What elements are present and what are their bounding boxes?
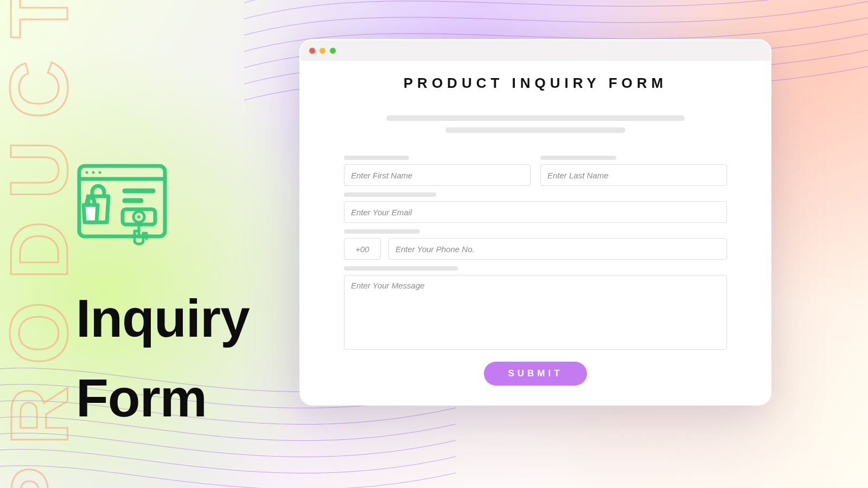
form-title: PRODUCT INQUIRY FORM — [395, 73, 676, 93]
svg-point-2 — [86, 171, 88, 174]
last-name-label-placeholder — [540, 156, 616, 160]
first-name-input[interactable] — [344, 164, 531, 186]
message-label-placeholder — [344, 266, 458, 271]
vertical-brand-word: PRODUCT — [0, 0, 86, 488]
hero-title-line-2: Form — [76, 358, 250, 438]
first-name-label-placeholder — [344, 156, 409, 160]
svg-point-4 — [99, 171, 101, 174]
form-area: PRODUCT INQUIRY FORM — [301, 61, 770, 399]
hero-title: Inquiry Form — [76, 279, 250, 438]
page-canvas: PRODUCT — [0, 0, 868, 488]
message-field — [344, 266, 727, 352]
svg-point-3 — [92, 171, 95, 174]
email-field — [344, 192, 727, 223]
country-code-input[interactable] — [344, 238, 381, 260]
shopping-browser-icon — [76, 163, 250, 252]
minimize-icon[interactable] — [320, 48, 326, 54]
maximize-icon[interactable] — [330, 48, 336, 54]
last-name-input[interactable] — [540, 164, 727, 186]
subtitle-placeholder-line-1 — [386, 115, 685, 121]
svg-point-9 — [137, 215, 141, 219]
subtitle-placeholder-line-2 — [445, 127, 626, 133]
hero-section: Inquiry Form — [76, 163, 250, 438]
email-input[interactable] — [344, 201, 727, 223]
phone-label-placeholder — [344, 229, 420, 234]
email-label-placeholder — [344, 192, 436, 197]
phone-field — [344, 229, 727, 260]
hero-title-line-1: Inquiry — [76, 279, 250, 358]
form-window: PRODUCT INQUIRY FORM — [299, 39, 771, 406]
message-input[interactable] — [344, 275, 727, 350]
phone-input[interactable] — [388, 238, 727, 260]
close-icon[interactable] — [309, 48, 315, 54]
first-name-field — [344, 156, 531, 186]
window-titlebar — [301, 40, 770, 61]
submit-button[interactable]: SUBMIT — [484, 362, 586, 386]
last-name-field — [540, 156, 727, 186]
